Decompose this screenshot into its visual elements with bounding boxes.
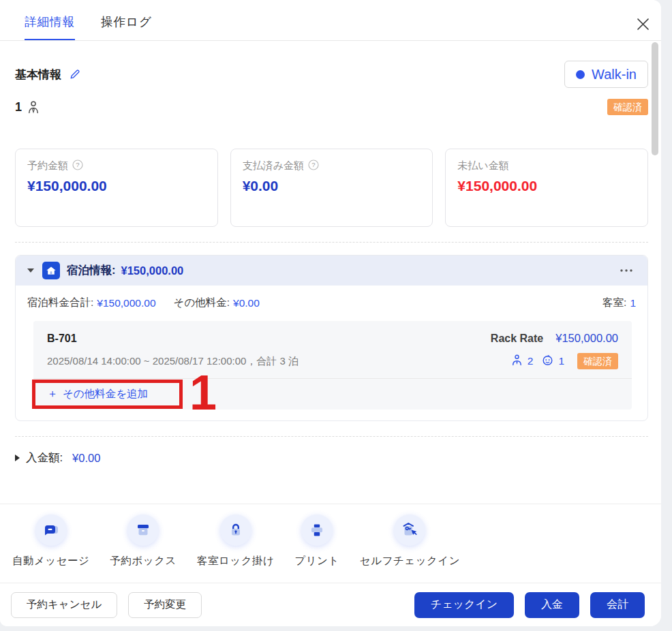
card-unpaid-amount: 未払い金額 ¥150,000.00 [445, 149, 648, 227]
chevron-right-icon[interactable] [15, 455, 20, 461]
tab-detail-info[interactable]: 詳細情報 [25, 14, 75, 40]
quick-action-reservation-box[interactable]: 予約ボックス [110, 514, 176, 568]
dashed-divider [15, 242, 648, 243]
guest-count: 1 [15, 100, 22, 114]
quick-action-label: 予約ボックス [110, 554, 176, 568]
svg-text:?: ? [76, 161, 79, 168]
card-reservation-amount: 予約金額 ? ¥150,000.00 [15, 149, 218, 227]
rate-plan-amount: ¥150,000.00 [555, 332, 618, 345]
stay-info-section: 宿泊情報: ¥150,000.00 宿泊料金合計: ¥150,000.00 その… [15, 255, 648, 421]
card-label: 支払済み金額 [243, 159, 304, 172]
room-name: B-701 [47, 333, 77, 345]
rooms-count-value: 1 [630, 297, 636, 309]
quick-action-label: 自動メッセージ [12, 554, 89, 568]
cancel-reservation-button[interactable]: 予約キャンセル [11, 592, 117, 618]
adult-count: 2 [528, 355, 534, 367]
close-button[interactable] [635, 18, 650, 33]
quick-action-label: プリント [294, 554, 339, 568]
child-icon [542, 354, 553, 369]
card-label: 未払い金額 [457, 159, 508, 172]
card-label: 予約金額 [27, 159, 68, 172]
help-icon[interactable]: ? [72, 159, 83, 172]
room-dates-row: 2025/08/14 14:00:00 ~ 2025/08/17 12:00:0… [33, 345, 632, 378]
quick-action-room-lock[interactable]: 客室ロック掛け [197, 514, 274, 568]
child-count: 1 [558, 355, 564, 367]
house-icon [42, 262, 60, 279]
tab-bar: 詳細情報 操作ログ [0, 0, 661, 41]
checkin-button[interactable]: チェックイン [414, 592, 514, 618]
walkin-label: Walk-in [592, 67, 637, 82]
message-icon [35, 514, 67, 546]
help-icon[interactable]: ? [308, 159, 319, 172]
basic-info-row: 基本情報 Walk-in [15, 60, 648, 89]
reservation-detail-panel: 詳細情報 操作ログ 基本情報 Walk-in 1 確認済 [0, 0, 661, 626]
modify-reservation-button[interactable]: 予約変更 [128, 592, 202, 618]
printer-icon [301, 514, 333, 546]
stay-section-total: ¥150,000.00 [121, 264, 184, 277]
stay-section-title: 宿泊情報: [67, 263, 116, 278]
tab-operation-log[interactable]: 操作ログ [101, 14, 152, 40]
card-paid-amount: 支払済み金額 ? ¥0.00 [230, 149, 433, 227]
quick-action-print[interactable]: プリント [294, 514, 339, 568]
payment-button[interactable]: 入金 [525, 592, 579, 618]
room-charge-value: ¥150,000.00 [97, 297, 155, 309]
rate-plan-name: Rack Rate [491, 333, 543, 345]
rooms-count-label: 客室: [602, 296, 626, 310]
footer-action-bar: 予約キャンセル 予約変更 チェックイン 入金 会計 [0, 583, 661, 626]
deposit-value: ¥0.00 [72, 452, 100, 465]
other-charge-label: その他料金: [174, 296, 230, 310]
guest-row: 1 確認済 [15, 98, 648, 116]
self-checkin-icon [394, 514, 425, 546]
card-value: ¥150,000.00 [457, 178, 636, 194]
other-charge-value: ¥0.00 [233, 297, 260, 309]
box-icon [127, 514, 159, 546]
lock-icon [220, 514, 251, 546]
walkin-badge[interactable]: Walk-in [564, 61, 648, 88]
room-dates: 2025/08/14 14:00:00 ~ 2025/08/17 12:00:0… [47, 355, 299, 368]
person-icon [27, 100, 40, 114]
stay-summary-row: 宿泊料金合計: ¥150,000.00 その他料金: ¥0.00 客室: 1 [16, 286, 647, 320]
walkin-dot-icon [576, 70, 585, 79]
adult-icon [511, 354, 523, 369]
room-title-row: B-701 Rack Rate ¥150,000.00 [33, 321, 632, 345]
status-badge: 確認済 [607, 99, 648, 115]
room-charge-label: 宿泊料金合計: [27, 296, 93, 310]
chevron-down-icon[interactable] [27, 268, 34, 273]
plus-icon: ＋ [47, 387, 58, 401]
svg-text:?: ? [311, 161, 315, 168]
quick-actions-row: 自動メッセージ 予約ボックス 客室ロック掛け プリント セルフチェックイン [0, 504, 661, 583]
stay-section-header[interactable]: 宿泊情報: ¥150,000.00 [16, 256, 647, 286]
close-icon [637, 18, 650, 33]
card-value: ¥0.00 [243, 178, 421, 194]
quick-action-label: 客室ロック掛け [197, 554, 274, 568]
basic-info-title: 基本情報 [15, 67, 61, 82]
add-other-fee-link[interactable]: その他料金を追加 [63, 387, 148, 401]
add-other-fee-row: ＋ その他料金を追加 1 [33, 378, 632, 410]
quick-action-label: セルフチェックイン [360, 554, 460, 568]
deposit-row[interactable]: 入金額: ¥0.00 [15, 450, 648, 465]
more-options-icon[interactable] [617, 266, 636, 275]
room-card: B-701 Rack Rate ¥150,000.00 2025/08/14 1… [33, 321, 632, 410]
scrollbar-thumb[interactable] [652, 42, 658, 155]
deposit-label: 入金額: [26, 450, 63, 465]
dashed-divider [15, 436, 648, 437]
checkout-button[interactable]: 会計 [590, 592, 645, 618]
room-status-badge: 確認済 [577, 353, 618, 369]
quick-action-auto-message[interactable]: 自動メッセージ [12, 514, 89, 568]
card-value: ¥150,000.00 [27, 178, 206, 194]
summary-cards: 予約金額 ? ¥150,000.00 支払済み金額 ? ¥0.00 [15, 149, 648, 227]
quick-action-self-checkin[interactable]: セルフチェックイン [360, 514, 460, 568]
edit-icon[interactable] [68, 68, 81, 81]
